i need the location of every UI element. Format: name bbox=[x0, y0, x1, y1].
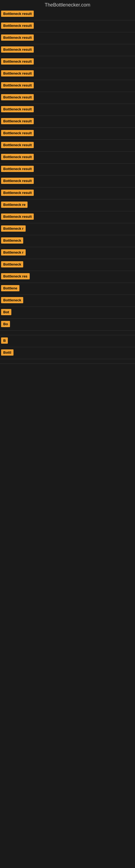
bottleneck-badge[interactable]: Bottleneck result bbox=[1, 10, 34, 17]
list-item: Bottleneck r bbox=[0, 224, 135, 235]
divider bbox=[0, 294, 135, 295]
bottleneck-badge[interactable]: Bottleneck result bbox=[1, 82, 34, 88]
list-item: Bottleneck result bbox=[0, 212, 135, 222]
list-item bbox=[0, 360, 135, 363]
divider bbox=[0, 56, 135, 56]
bottleneck-badge[interactable]: Bottleneck result bbox=[1, 118, 34, 124]
divider bbox=[0, 235, 135, 235]
divider bbox=[0, 283, 135, 283]
bottleneck-badge[interactable]: Bottleneck bbox=[1, 237, 23, 244]
list-item: Bottleneck result bbox=[0, 9, 135, 20]
list-item: Bot bbox=[0, 307, 135, 318]
list-item: Bottleneck result bbox=[0, 21, 135, 31]
list-item: Bottleneck result bbox=[0, 116, 135, 127]
bottleneck-badge[interactable]: Bottlene bbox=[1, 285, 19, 291]
bottleneck-badge[interactable]: Bottleneck result bbox=[1, 106, 34, 112]
list-item: Bottleneck result bbox=[0, 188, 135, 198]
list-item: Bottleneck r bbox=[0, 248, 135, 258]
divider bbox=[0, 259, 135, 259]
bottleneck-badge[interactable]: Bottleneck result bbox=[1, 34, 34, 41]
bottleneck-badge[interactable]: Bottl bbox=[1, 349, 13, 355]
bottleneck-badge[interactable]: Bottleneck result bbox=[1, 190, 34, 196]
list-item: Bottleneck res bbox=[0, 272, 135, 282]
list-item: Bottleneck re bbox=[0, 200, 135, 211]
bottleneck-badge[interactable]: Bottleneck result bbox=[1, 214, 34, 220]
bottleneck-badge[interactable]: Bottleneck result bbox=[1, 154, 34, 160]
bottleneck-badge[interactable]: Bottleneck res bbox=[1, 273, 30, 279]
list-item: Bo bbox=[0, 319, 135, 330]
bottleneck-badge[interactable]: Bottleneck result bbox=[1, 46, 34, 53]
divider bbox=[0, 68, 135, 68]
list-item: Bottleneck result bbox=[0, 152, 135, 163]
divider bbox=[0, 32, 135, 32]
bottleneck-badge[interactable]: Bottleneck result bbox=[1, 94, 34, 100]
bottleneck-badge[interactable]: Bottleneck r bbox=[1, 249, 26, 255]
list-item: Bottleneck bbox=[0, 259, 135, 270]
page-container: TheBottlenecker.com Bottleneck resultBot… bbox=[0, 0, 135, 364]
divider bbox=[0, 127, 135, 128]
divider bbox=[0, 223, 135, 223]
divider bbox=[0, 318, 135, 319]
bottleneck-badge[interactable]: Bottleneck bbox=[1, 297, 23, 303]
divider bbox=[0, 199, 135, 199]
bottleneck-badge[interactable]: Bottleneck r bbox=[1, 225, 26, 231]
list-item: Bottleneck result bbox=[0, 33, 135, 43]
list-item: Bottleneck result bbox=[0, 93, 135, 103]
list-item: Bottl bbox=[0, 348, 135, 358]
bottleneck-badge[interactable]: Bottleneck result bbox=[1, 23, 34, 29]
bottleneck-badge[interactable]: Bottleneck result bbox=[1, 70, 34, 76]
divider bbox=[0, 116, 135, 116]
bottleneck-badge[interactable]: Bo bbox=[1, 321, 10, 327]
site-title: TheBottlenecker.com bbox=[0, 0, 135, 9]
divider bbox=[0, 211, 135, 211]
bottleneck-badge[interactable]: Bottleneck result bbox=[1, 178, 34, 184]
divider bbox=[0, 44, 135, 44]
bottleneck-badge[interactable]: B bbox=[1, 337, 8, 344]
list-item: Bottleneck bbox=[0, 296, 135, 306]
divider bbox=[0, 187, 135, 187]
divider bbox=[0, 364, 135, 364]
divider bbox=[0, 92, 135, 92]
list-item: Bottlene bbox=[0, 283, 135, 294]
list-item: Bottleneck result bbox=[0, 57, 135, 67]
list-item: Bottleneck result bbox=[0, 69, 135, 79]
list-item: Bottleneck result bbox=[0, 81, 135, 91]
list-item: B bbox=[0, 336, 135, 346]
bottleneck-badge[interactable]: Bot bbox=[1, 309, 11, 315]
bottleneck-badge[interactable]: Bottleneck result bbox=[1, 166, 34, 172]
list-item: Bottleneck result bbox=[0, 140, 135, 151]
divider bbox=[0, 335, 135, 335]
bottleneck-badge[interactable]: Bottleneck result bbox=[1, 130, 34, 136]
items-list: Bottleneck resultBottleneck resultBottle… bbox=[0, 9, 135, 364]
divider bbox=[0, 330, 135, 331]
bottleneck-badge[interactable]: Bottleneck result bbox=[1, 142, 34, 148]
list-item: Bottleneck result bbox=[0, 104, 135, 115]
divider bbox=[0, 175, 135, 176]
list-item: Bottleneck result bbox=[0, 176, 135, 187]
divider bbox=[0, 151, 135, 152]
list-item: Bottleneck result bbox=[0, 164, 135, 175]
bottleneck-badge[interactable]: Bottleneck bbox=[1, 261, 23, 268]
list-item: Bottleneck result bbox=[0, 45, 135, 55]
list-item bbox=[0, 331, 135, 335]
list-item: Bottleneck result bbox=[0, 128, 135, 139]
divider bbox=[0, 359, 135, 359]
list-item: Bottleneck bbox=[0, 236, 135, 246]
divider bbox=[0, 271, 135, 271]
divider bbox=[0, 140, 135, 140]
bottleneck-badge[interactable]: Bottleneck result bbox=[1, 58, 34, 65]
bottleneck-badge[interactable]: Bottleneck re bbox=[1, 202, 28, 208]
